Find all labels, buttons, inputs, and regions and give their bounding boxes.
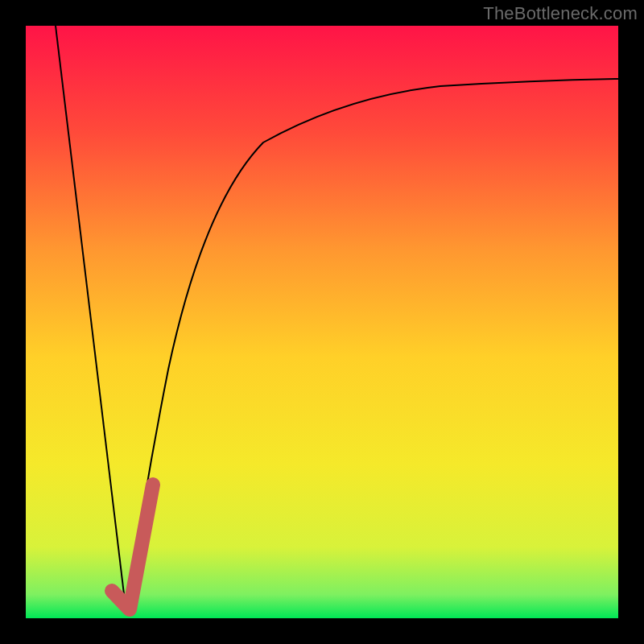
plot-area [26, 26, 618, 618]
chart-svg [26, 26, 618, 618]
attribution-text: TheBottleneck.com [483, 3, 638, 24]
chart-viewport: TheBottleneck.com [0, 0, 644, 644]
